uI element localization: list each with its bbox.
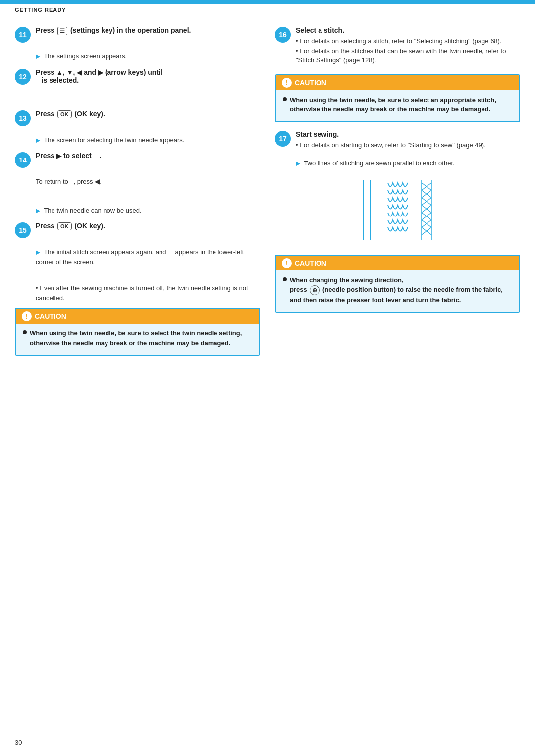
step-17-indent: ▶ Two lines of stitching are sewn parall… [296, 159, 520, 168]
ok-key-15: OK [57, 222, 72, 230]
step-title-14: Press ▶ to select . [36, 152, 260, 160]
step-badge-13: 13 [15, 110, 31, 126]
step-content-16: Select a stitch. • For details on select… [296, 26, 520, 65]
caution-bullet-right-top: When using the twin needle, be sure to s… [283, 95, 512, 114]
step-content-11: Press ☰ (settings key) in the operation … [36, 26, 260, 37]
spacer-12 [15, 95, 260, 110]
step-title-17: Start sewing. [296, 130, 520, 138]
section-header: GETTING READY [0, 4, 535, 16]
step-15-indent: ▶ The initial stitch screen appears agai… [36, 247, 260, 267]
caution-header-left: ! CAUTION [16, 309, 259, 324]
step-content-15: Press OK (OK key). [36, 222, 260, 232]
step-13: 13 Press OK (OK key). [15, 110, 260, 126]
step-content-14: Press ▶ to select . [36, 152, 260, 162]
step-body-17: • For details on starting to sew, refer … [296, 140, 520, 150]
caution-text-right-top: When using the twin needle, be sure to s… [290, 95, 512, 114]
step-11-indent: ▶ The settings screen appears. [36, 52, 260, 61]
arrow-icon-11: ▶ [36, 53, 40, 60]
even-after-note: • Even after the sewing machine is turne… [36, 283, 260, 303]
step-15: 15 Press OK (OK key). [15, 222, 260, 238]
header-line [71, 10, 520, 10]
spacer-15 [15, 273, 260, 283]
step-title-16: Select a stitch. [296, 26, 520, 34]
page: GETTING READY 11 Press ☰ (settings key) … [0, 0, 535, 756]
caution-icon-left: ! [22, 311, 32, 321]
needle-position-key: ⊕ [310, 285, 320, 295]
step-16: 16 Select a stitch. • For details on sel… [275, 26, 520, 65]
step-12: 12 Press ▲, ▼, ◀ and ▶ (arrow keys) unti… [15, 68, 260, 86]
caution-body-right-top: When using the twin needle, be sure to s… [276, 90, 519, 121]
step-badge-16: 16 [275, 27, 291, 43]
caution-dot-right-bottom [283, 277, 287, 281]
caution-label-left: CAUTION [35, 312, 66, 320]
caution-box-left: ! CAUTION When using the twin needle, be… [15, 308, 260, 356]
step-title-13: Press OK (OK key). [36, 110, 260, 118]
caution-box-right-top: ! CAUTION When using the twin needle, be… [275, 74, 520, 122]
section-label: GETTING READY [15, 7, 66, 13]
caution-body-left: When using the twin needle, be sure to s… [16, 324, 259, 355]
arrow-icon-14b: ▶ [36, 207, 40, 214]
step-13-indent: ▶ The screen for selecting the twin need… [36, 135, 260, 145]
step-badge-15: 15 [15, 222, 31, 238]
caution-icon-right-bottom: ! [282, 258, 292, 268]
caution-bullet-right-bottom: When changing the sewing direction, pres… [283, 275, 512, 305]
step-title-12: Press ▲, ▼, ◀ and ▶ (arrow keys) until i… [36, 68, 260, 84]
step-badge-11: 11 [15, 27, 31, 43]
step-14b-indent: ▶ The twin needle can now be used. [36, 206, 260, 216]
right-column: 16 Select a stitch. • For details on sel… [275, 26, 520, 364]
caution-text-right-bottom: When changing the sewing direction, pres… [290, 275, 512, 305]
step-badge-12: 12 [15, 69, 31, 85]
caution-label-right-top: CAUTION [295, 79, 326, 87]
arrow-icon-17: ▶ [296, 160, 300, 167]
step-body-16: • For details on selecting a stitch, ref… [296, 36, 520, 65]
caution-body-right-bottom: When changing the sewing direction, pres… [276, 270, 519, 312]
spacer-14 [15, 194, 260, 206]
step-17: 17 Start sewing. • For details on starti… [275, 130, 520, 150]
caution-dot-left [23, 330, 27, 334]
stitch-svg [343, 178, 452, 242]
step-badge-14: 14 [15, 152, 31, 168]
step-title-15: Press OK (OK key). [36, 222, 260, 230]
step-14: 14 Press ▶ to select . [15, 152, 260, 168]
step-badge-17: 17 [275, 131, 291, 147]
arrow-icon-13: ▶ [36, 137, 40, 144]
caution-label-right-bottom: CAUTION [295, 259, 326, 267]
caution-dot-right-top [283, 97, 287, 101]
step-content-12: Press ▲, ▼, ◀ and ▶ (arrow keys) until i… [36, 68, 260, 86]
stitch-diagram [275, 175, 520, 245]
page-number: 30 [15, 739, 22, 746]
caution-icon-right-top: ! [282, 78, 292, 88]
top-bar [0, 0, 535, 4]
step-content-17: Start sewing. • For details on starting … [296, 130, 520, 150]
step-title-11: Press ☰ (settings key) in the operation … [36, 26, 260, 35]
caution-box-right-bottom: ! CAUTION When changing the sewing direc… [275, 255, 520, 313]
left-column: 11 Press ☰ (settings key) in the operati… [15, 26, 260, 364]
step-11: 11 Press ☰ (settings key) in the operati… [15, 26, 260, 43]
step-14-indent: To return to , press ◀. [36, 177, 260, 187]
caution-bullet-left: When using the twin needle, be sure to s… [23, 328, 252, 348]
caution-header-right-bottom: ! CAUTION [276, 256, 519, 270]
main-content: 11 Press ☰ (settings key) in the operati… [0, 16, 535, 378]
ok-key-13: OK [57, 110, 72, 118]
arrow-icon-15: ▶ [36, 249, 40, 256]
settings-key-icon: ☰ [57, 27, 67, 35]
caution-text-left: When using the twin needle, be sure to s… [30, 328, 252, 348]
step-content-13: Press OK (OK key). [36, 110, 260, 120]
caution-header-right-top: ! CAUTION [276, 75, 519, 90]
